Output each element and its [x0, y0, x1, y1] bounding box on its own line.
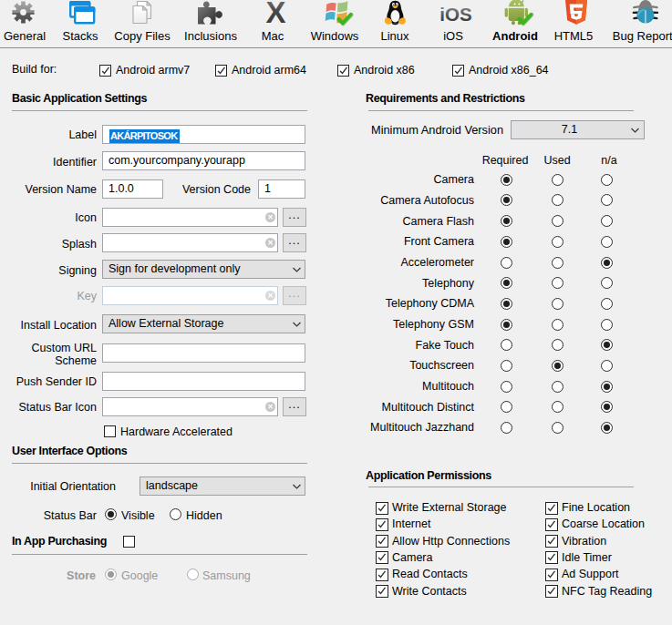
- svg-text:iOS: iOS: [439, 4, 471, 25]
- svg-text:X: X: [265, 0, 285, 29]
